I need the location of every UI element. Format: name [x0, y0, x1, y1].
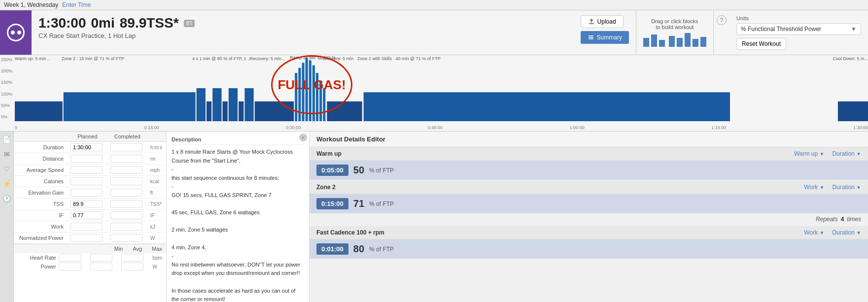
hr-min-input[interactable] — [59, 254, 81, 262]
metric-completed-input-6[interactable] — [110, 211, 142, 219]
x-label-45: 0:45:00 — [428, 125, 443, 130]
hr-max-input[interactable] — [121, 254, 143, 262]
power-min-input[interactable] — [59, 263, 81, 270]
metric-planned-input-3[interactable] — [70, 177, 103, 185]
units-area: Units % Functional Threshold Power ▼ Res… — [729, 10, 868, 55]
metric-planned-input-1[interactable] — [70, 155, 103, 163]
metric-completed-input-7[interactable] — [110, 223, 142, 231]
power-avg-input[interactable] — [90, 263, 112, 270]
metric-planned-input-6[interactable] — [70, 211, 103, 219]
workout-info: 1:30:00 0mi 89.9TSS* BT CX Race Start Pr… — [32, 10, 574, 55]
metric-planned-input-4[interactable] — [70, 189, 103, 197]
metric-completed-0[interactable] — [107, 142, 147, 153]
metric-completed-input-1[interactable] — [110, 155, 142, 163]
metric-completed-input-2[interactable] — [110, 166, 142, 174]
editor-panel: Workout Details Editor Warm up Warm up ▼… — [310, 132, 868, 302]
sidebar-icon-file[interactable]: 📄 — [2, 135, 11, 143]
metric-planned-1[interactable] — [68, 153, 107, 165]
svg-rect-3 — [15, 101, 63, 121]
metric-label-6: IF — [14, 210, 68, 221]
metric-completed-input-8[interactable] — [110, 234, 142, 242]
enter-time-link[interactable]: Enter Time — [62, 1, 91, 8]
metric-completed-2[interactable] — [107, 165, 147, 176]
zone2-controls: Work ▼ Duration ▼ — [804, 184, 861, 191]
y-label-200: 200% — [1, 68, 14, 73]
workout-icon — [0, 10, 32, 55]
chart-area: 250% 200% 150% 100% 50% 0% — [0, 55, 868, 132]
svg-rect-4 — [64, 92, 196, 121]
metric-completed-6[interactable] — [107, 210, 147, 221]
svg-rect-8 — [223, 101, 228, 121]
metric-planned-4[interactable] — [68, 187, 107, 199]
fast-cadence-duration-control[interactable]: Duration ▼ — [832, 229, 861, 236]
zone2-duration-control[interactable]: Duration ▼ — [832, 184, 861, 191]
fast-cadence-section: Fast Cadence 100 + rpm Work ▼ Duration ▼… — [310, 226, 868, 259]
metric-planned-0[interactable] — [68, 142, 107, 153]
metrics-row-7: Work kJ — [14, 221, 166, 233]
warmup-duration-chevron: ▼ — [856, 151, 861, 157]
metric-completed-input-0[interactable] — [110, 143, 142, 151]
metric-completed-7[interactable] — [107, 221, 147, 233]
metric-planned-2[interactable] — [68, 165, 107, 176]
header-actions: Upload Summary — [574, 10, 636, 55]
metric-planned-6[interactable] — [68, 210, 107, 221]
hr-avg-input[interactable] — [90, 254, 112, 262]
fast-cadence-ftp-value: 80 — [353, 243, 364, 255]
summary-button[interactable]: Summary — [581, 31, 629, 44]
metric-planned-input-5[interactable] — [70, 200, 103, 208]
fast-cadence-time-badge: 0:01:00 — [316, 243, 348, 255]
metric-completed-input-5[interactable] — [110, 200, 142, 208]
help-icon[interactable]: ? — [717, 15, 727, 25]
sidebar-icon-heart[interactable]: ♡ — [3, 165, 10, 173]
metrics-row-6: IF IF — [14, 210, 166, 221]
metric-completed-input-3[interactable] — [110, 177, 142, 185]
warmup-work-control[interactable]: Warm up ▼ — [794, 150, 824, 157]
metric-planned-input-0[interactable] — [70, 143, 103, 151]
power-max-input[interactable] — [121, 263, 143, 270]
zone2-section-header: Zone 2 Work ▼ Duration ▼ — [310, 181, 868, 194]
warmup-duration-control[interactable]: Duration ▼ — [832, 150, 861, 157]
metric-planned-3[interactable] — [68, 176, 107, 187]
metric-completed-3[interactable] — [107, 176, 147, 187]
fast-cadence-ftp-label: % of FTP — [369, 246, 394, 253]
sidebar-icon-bolt[interactable]: ⚡ — [2, 180, 11, 188]
workout-duration: 1:30:00 — [38, 15, 86, 31]
metric-planned-8[interactable] — [68, 233, 107, 244]
metric-completed-input-4[interactable] — [110, 189, 142, 197]
metric-label-5: TSS — [14, 199, 68, 210]
description-panel: × Description 1 x 8 minute Race Starts @… — [167, 132, 310, 302]
metrics-table: Planned Completed Duration h:m:s Distanc… — [14, 132, 166, 244]
y-label-250: 250% — [1, 57, 14, 62]
metric-planned-input-2[interactable] — [70, 166, 103, 174]
units-value: % Functional Threshold Power — [741, 26, 821, 33]
drag-area[interactable]: Drag or click blocksto build workout — [636, 10, 714, 55]
reset-workout-button[interactable]: Reset Workout — [736, 38, 786, 50]
min-label: Min — [114, 246, 123, 252]
metric-planned-input-7[interactable] — [70, 223, 103, 231]
x-label-0: 0 — [15, 125, 17, 130]
label-recovery1: Recovery: 5 min... — [249, 56, 285, 61]
sidebar-icon-mail[interactable]: ✉ — [4, 150, 10, 158]
fast-cadence-work-control[interactable]: Work ▼ — [804, 229, 824, 236]
metric-completed-5[interactable] — [107, 199, 147, 210]
y-label-0: 0% — [1, 114, 14, 119]
repeats-value: 4 — [841, 216, 844, 223]
zone2-work-control[interactable]: Work ▼ — [804, 184, 824, 191]
zone2-work-chevron: ▼ — [819, 185, 824, 190]
x-label-75: 1:15:00 — [711, 125, 726, 130]
svg-rect-10 — [239, 101, 243, 121]
metric-completed-1[interactable] — [107, 153, 147, 165]
metric-planned-5[interactable] — [68, 199, 107, 210]
zone2-time-badge: 0:15:00 — [316, 198, 348, 209]
stats-header: Min Avg Max — [14, 244, 166, 253]
drag-text: Drag or click blocksto build workout — [651, 18, 698, 30]
label-zone2-1: Zone 2 : 15 min @ 71 % of FTP — [62, 56, 124, 61]
metric-planned-input-8[interactable] — [70, 234, 103, 242]
units-select[interactable]: % Functional Threshold Power ▼ — [736, 23, 861, 35]
metric-completed-4[interactable] — [107, 187, 147, 199]
metric-completed-8[interactable] — [107, 233, 147, 244]
upload-button[interactable]: Upload — [581, 15, 624, 28]
metric-planned-7[interactable] — [68, 221, 107, 233]
sidebar-icon-clock[interactable]: 🕐 — [2, 195, 11, 202]
description-close-icon[interactable]: × — [299, 134, 307, 141]
